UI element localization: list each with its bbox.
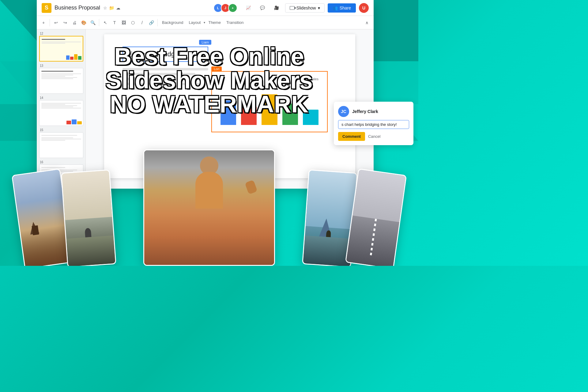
meet-button[interactable]: 🎥	[271, 4, 282, 12]
slide-preview-15	[39, 132, 83, 158]
content-line-2	[123, 73, 195, 75]
document-title[interactable]: Business Proposal	[55, 5, 100, 11]
comment-input-field[interactable]	[338, 120, 409, 129]
chart-bar-3	[262, 94, 277, 125]
comment-avatar-initials: JC	[341, 109, 346, 114]
image-tool[interactable]: 🖼	[119, 18, 128, 27]
share-icon: 👥	[333, 6, 338, 10]
lori-cursor-tag: Lori	[211, 66, 222, 71]
comment-user-avatar: JC	[338, 106, 349, 117]
lines-tool[interactable]: /	[138, 18, 146, 27]
comment-cancel-button[interactable]: Cancel	[368, 134, 380, 139]
comment-user-name: Jeffery Clark	[352, 109, 378, 114]
user-avatar[interactable]: U	[359, 3, 369, 13]
photo-sea-person	[61, 169, 116, 266]
slideshow-button[interactable]: Slideshow ▾	[285, 3, 325, 13]
photos-section	[0, 156, 418, 266]
theme-label[interactable]: Theme	[206, 19, 223, 26]
slide-preview-13	[39, 68, 83, 94]
slide-thumb-13[interactable]: 13	[39, 64, 83, 94]
print-button[interactable]: 🖨	[70, 18, 79, 27]
comment-popup: JC Jeffery Clark Comment Cancel	[334, 102, 413, 145]
collapse-button[interactable]: ∧	[363, 18, 371, 27]
chart-bar-5	[303, 110, 318, 125]
content-line-3	[123, 78, 183, 80]
undo-button[interactable]: ↩	[52, 18, 60, 27]
content-line-1	[123, 68, 208, 70]
share-button[interactable]: 👥 Share	[328, 3, 356, 13]
thumb-chart-14	[66, 116, 82, 124]
slide-num-15: 15	[39, 128, 83, 132]
photo-inner-main	[144, 150, 274, 265]
collaborator-avatars: L J +	[215, 3, 237, 13]
toolbar-row: + ↩ ↪ 🖨 🎨 🔍 ↖ T 🖼 ⬡ / 🔗 Background Layou…	[37, 16, 374, 29]
slide-chart: Sales	[214, 77, 325, 138]
share-label: Share	[340, 6, 351, 10]
paint-button[interactable]: 🎨	[79, 18, 88, 27]
chart-bar-1	[221, 100, 236, 125]
chat-button[interactable]: 💬	[257, 4, 268, 12]
cloud-icon[interactable]: ☁	[116, 6, 120, 10]
title-action-icons: ☆ 📁 ☁	[103, 6, 120, 10]
chart-label: Sales	[214, 77, 318, 81]
transition-label[interactable]: Transition	[224, 19, 246, 26]
comment-submit-button[interactable]: Comment	[338, 132, 365, 141]
slideshow-icon	[290, 6, 295, 10]
avatar-3[interactable]: +	[228, 3, 237, 13]
content-line-4	[123, 83, 200, 85]
zoom-button[interactable]: 🔍	[89, 18, 97, 27]
chart-bar-2	[241, 107, 257, 125]
slides-app-icon: S	[42, 3, 51, 13]
budget-text[interactable]: Estimated budget	[123, 47, 208, 62]
budget-text-box[interactable]: Liam Estimated budget	[123, 47, 208, 62]
textbox-tool[interactable]: T	[110, 18, 119, 27]
slide-thumb-14[interactable]: 14	[39, 96, 83, 126]
comment-header: JC Jeffery Clark	[338, 106, 409, 117]
photo-inner-2	[62, 170, 115, 266]
comment-actions: Comment Cancel	[338, 132, 409, 141]
background-label[interactable]: Background	[160, 19, 186, 26]
slide-preview-14	[39, 100, 83, 126]
slide-num-12: 12	[39, 32, 83, 35]
slide-content-lines	[123, 68, 208, 92]
photo-main-person	[143, 149, 275, 266]
slide-num-13: 13	[39, 64, 83, 67]
slide-preview-12	[39, 36, 83, 62]
title-bar: S Business Proposal ☆ 📁 ☁ L J + 📈 💬 🎥 Sl…	[37, 0, 374, 16]
folder-icon[interactable]: 📁	[109, 6, 114, 10]
redo-button[interactable]: ↪	[61, 18, 70, 27]
slide-num-14: 14	[39, 96, 83, 100]
slide-thumb-15[interactable]: 15	[39, 128, 83, 158]
cursor-tool[interactable]: ↖	[101, 18, 110, 27]
layout-label[interactable]: Layout	[186, 19, 203, 26]
add-button[interactable]: +	[39, 18, 48, 27]
slideshow-label: Slideshow	[296, 6, 316, 10]
shapes-tool[interactable]: ⬡	[129, 18, 137, 27]
liam-cursor-tag: Liam	[199, 40, 211, 45]
content-line-5	[123, 88, 174, 90]
activity-button[interactable]: 📈	[243, 4, 254, 12]
layout-arrow: ▾	[204, 21, 205, 24]
link-tool[interactable]: 🔗	[147, 18, 156, 27]
slide-thumb-12[interactable]: 12	[39, 32, 83, 62]
chart-bars	[214, 82, 325, 125]
star-icon[interactable]: ☆	[103, 6, 107, 10]
chart-bar-4	[282, 104, 298, 125]
slideshow-dropdown-icon: ▾	[318, 6, 320, 10]
thumb-chart-12	[66, 51, 81, 60]
